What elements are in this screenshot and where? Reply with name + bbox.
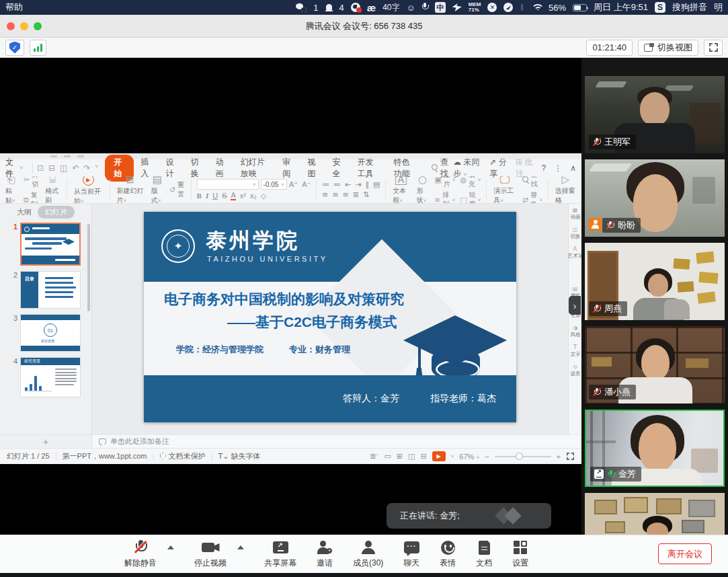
- video-options-caret[interactable]: [237, 545, 244, 549]
- columns-button[interactable]: ▤: [373, 180, 380, 189]
- italic-button[interactable]: I: [206, 192, 208, 200]
- document-protection-status[interactable]: 文档未保护: [160, 451, 206, 461]
- tab-transition[interactable]: 切换: [184, 155, 208, 181]
- participant-video-panxiaoyan[interactable]: 潘小燕: [585, 326, 725, 403]
- outline-button[interactable]: □轮廓˅: [460, 190, 481, 204]
- menu-help[interactable]: 帮助: [5, 1, 23, 13]
- bullets-button[interactable]: ≔: [322, 180, 329, 189]
- collapse-ribbon-icon[interactable]: ∧: [570, 163, 576, 173]
- present-tools-button[interactable]: 🖵演示工具˅: [492, 176, 518, 204]
- slide-thumbnail-2[interactable]: 目录: [20, 271, 81, 309]
- layout-button[interactable]: ▤版式˅: [150, 176, 165, 204]
- strip-wordart[interactable]: A艺术字: [567, 247, 583, 259]
- reset-button[interactable]: ↺重置: [169, 180, 186, 199]
- zoom-slider-handle[interactable]: [516, 453, 523, 460]
- char-spacing-combo[interactable]: -0.05˅: [261, 179, 287, 190]
- switch-view-button[interactable]: 切换视图: [638, 40, 698, 56]
- find-button[interactable]: 查找: [522, 176, 542, 189]
- format-painter-button[interactable]: ⌸格式刷: [44, 176, 61, 204]
- bluetooth-icon[interactable]: ᛒ: [520, 3, 524, 11]
- strikethrough-button[interactable]: S: [222, 192, 227, 200]
- textbox-button[interactable]: 🄰文本框˅: [391, 176, 411, 204]
- slides-tab[interactable]: 幻灯片: [38, 206, 75, 219]
- replace-button[interactable]: ⇄替换˅: [522, 190, 542, 204]
- memory-indicator[interactable]: MEM71%: [469, 2, 481, 13]
- slide-1[interactable]: ✦ 泰州学院 TAIZHOU UNIVERSITY 电子商务对中国税制的影响及对…: [144, 212, 516, 422]
- tab-developer[interactable]: 开发工具: [351, 155, 387, 181]
- reading-view-icon[interactable]: ◫: [408, 452, 415, 461]
- align-center-button[interactable]: ≡: [332, 190, 338, 199]
- line-spacing-button[interactable]: ⇅: [363, 190, 369, 199]
- security-button[interactable]: ✓: [5, 40, 24, 56]
- subscript-button[interactable]: x₂: [250, 192, 257, 200]
- word-count-item[interactable]: 40字: [382, 2, 399, 13]
- sidebar-collapse-handle[interactable]: ›: [569, 296, 581, 315]
- participant-video-panpan[interactable]: 盼盼: [585, 159, 725, 237]
- leave-meeting-button[interactable]: 离开会议: [658, 543, 712, 564]
- participant-video-partial[interactable]: [585, 493, 725, 535]
- fullscreen-button[interactable]: [704, 40, 723, 56]
- strip-animation[interactable]: ▦动画: [570, 208, 581, 220]
- zoom-in-button[interactable]: +: [557, 453, 561, 461]
- outline-tab[interactable]: 大纲: [17, 207, 32, 217]
- strip-transition[interactable]: ◫切换: [570, 227, 581, 239]
- zoom-window-button[interactable]: [34, 22, 42, 30]
- fit-slide-icon[interactable]: [567, 453, 574, 460]
- highlight-button[interactable]: ◇: [261, 192, 266, 200]
- font-family-combo[interactable]: ˅: [197, 179, 259, 190]
- shapes-button[interactable]: ○形状˅: [415, 176, 430, 204]
- docs-button[interactable]: 文档: [476, 539, 492, 569]
- zoom-slider[interactable]: [495, 456, 551, 457]
- align-left-button[interactable]: ≡: [322, 190, 328, 199]
- mic-menu-icon[interactable]: [422, 3, 428, 12]
- strip-style[interactable]: ◑风格: [570, 325, 581, 338]
- strip-text[interactable]: T文字: [570, 345, 581, 357]
- notes-input[interactable]: 单击此处添加备注: [92, 435, 581, 448]
- battery-icon[interactable]: [573, 4, 587, 11]
- invite-button[interactable]: + 邀请: [317, 539, 333, 569]
- copy-button[interactable]: ⧉复制: [24, 190, 39, 204]
- font-color-button[interactable]: A: [231, 191, 235, 200]
- bold-button[interactable]: B: [197, 192, 202, 200]
- participant-video-zhouyan[interactable]: 周燕: [585, 243, 725, 320]
- numbering-button[interactable]: ≕: [333, 180, 341, 189]
- status-menu-icon[interactable]: ≣˅: [370, 452, 378, 461]
- help-button[interactable]: ?: [542, 163, 547, 173]
- new-slide-button[interactable]: ⊞新建幻灯片˅: [115, 176, 145, 204]
- zoom-level[interactable]: 67% ˅: [459, 453, 479, 461]
- input-method-badge[interactable]: 中: [435, 2, 446, 13]
- quick-access-icons[interactable]: ⊡⊟◫↶↷˅: [37, 163, 98, 173]
- thumbnail-scrollbar[interactable]: [87, 224, 90, 311]
- arrange-button[interactable]: ≋排列˅: [434, 190, 455, 204]
- close-window-button[interactable]: [7, 22, 15, 30]
- tab-view[interactable]: 视图: [300, 155, 325, 181]
- justify-button[interactable]: ≣: [353, 190, 359, 199]
- shrink-font-button[interactable]: A⁻: [302, 180, 311, 189]
- audio-options-caret[interactable]: [167, 545, 174, 549]
- cut-button[interactable]: ✂剪切: [24, 176, 39, 189]
- stop-video-button[interactable]: 停止视频: [194, 539, 227, 569]
- members-button[interactable]: 成员(30): [353, 539, 383, 569]
- slideshow-options-caret[interactable]: ˅: [451, 453, 454, 459]
- share-screen-button[interactable]: 共享屏幕: [264, 539, 296, 569]
- missing-font-warning[interactable]: T⌄ 缺失字体: [218, 451, 261, 461]
- wechat-icon[interactable]: [296, 3, 307, 12]
- superscript-button[interactable]: x²: [240, 192, 246, 200]
- tab-review[interactable]: 审阅: [276, 155, 300, 181]
- indent-button[interactable]: ⇥: [355, 180, 361, 189]
- fan-app-icon[interactable]: ✕: [487, 3, 497, 12]
- text-direction-button[interactable]: ‖: [366, 180, 370, 189]
- sogou-icon[interactable]: S: [655, 2, 665, 13]
- notification-bell-icon[interactable]: [325, 3, 333, 12]
- play-from-current-button[interactable]: ▶从当前开始˅: [73, 176, 104, 204]
- tab-slideshow[interactable]: 幻灯片放映: [234, 155, 276, 181]
- network-quality-button[interactable]: [30, 40, 46, 56]
- outdent-button[interactable]: ⇤: [345, 180, 351, 189]
- slide-sorter-icon[interactable]: ⊞: [397, 452, 403, 461]
- add-slide-button[interactable]: +: [43, 437, 48, 447]
- selection-pane-button[interactable]: ▷选择窗格: [554, 176, 577, 204]
- settings-button[interactable]: 设置: [512, 539, 528, 569]
- picture-button[interactable]: ▣图片˅: [434, 176, 455, 189]
- emoji-menu-icon[interactable]: ☺: [406, 3, 415, 13]
- more-menu-icon[interactable]: ⋮: [554, 163, 562, 173]
